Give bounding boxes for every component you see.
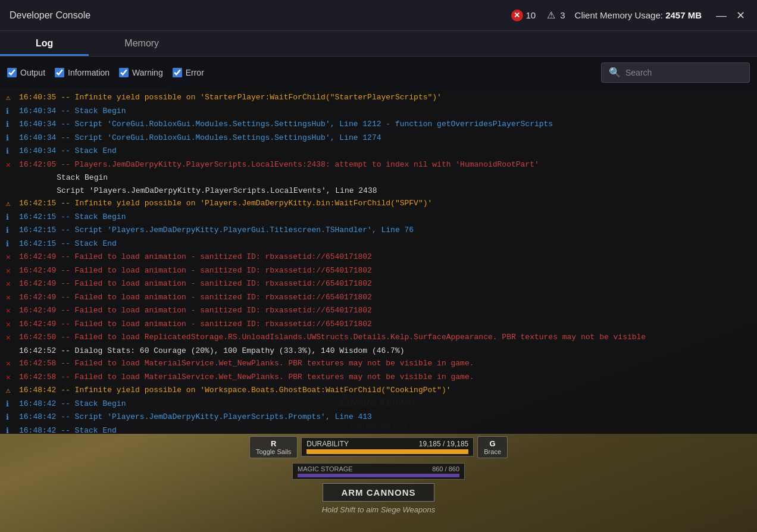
- error-icon: ✕: [511, 10, 523, 21]
- info-icon: ℹ: [6, 146, 17, 158]
- log-line: ℹ16:48:42 -- Stack Begin: [0, 398, 757, 411]
- log-text: 16:42:58 -- Failed to load MaterialServi…: [19, 358, 751, 370]
- warning-badge: ⚠ 3: [545, 10, 565, 21]
- filter-information[interactable]: Information: [55, 68, 110, 77]
- minimize-button[interactable]: —: [714, 9, 729, 22]
- info-icon: ℹ: [6, 225, 17, 237]
- error-icon: ✕: [6, 278, 17, 290]
- log-line: ✕16:42:58 -- Failed to load MaterialServ…: [0, 357, 757, 371]
- filter-output[interactable]: Output: [7, 68, 45, 77]
- log-text: 16:42:49 -- Failed to load animation - s…: [19, 278, 751, 290]
- brace-button[interactable]: G Brace: [477, 436, 508, 458]
- log-text: 16:48:42 -- Infinite yield possible on '…: [19, 384, 751, 396]
- filter-warning[interactable]: Warning: [119, 68, 163, 77]
- title-controls: — ✕: [714, 9, 747, 22]
- log-text: 16:42:58 -- Failed to load MaterialServi…: [19, 371, 751, 383]
- log-line: ✕16:42:50 -- Failed to load ReplicatedSt…: [0, 331, 757, 345]
- log-line: ✕16:42:49 -- Failed to load animation - …: [0, 291, 757, 305]
- info-icon: ℹ: [6, 412, 17, 424]
- log-text: 16:42:49 -- Failed to load animation - s…: [19, 251, 751, 263]
- log-text: Script 'Players.JemDaDerpyKitty.PlayerSc…: [19, 185, 751, 197]
- close-button[interactable]: ✕: [734, 9, 747, 22]
- magic-storage-label: MAGIC STORAGE: [298, 465, 353, 472]
- log-line: ⚠16:48:42 -- Infinite yield possible on …: [0, 384, 757, 398]
- log-text: 16:42:15 -- Script 'Players.JemDaDerpyKi…: [19, 224, 751, 236]
- log-text: 16:42:50 -- Failed to load ReplicatedSto…: [19, 331, 751, 343]
- log-line: Stack Begin: [0, 171, 757, 184]
- log-line: ℹ16:42:15 -- Script 'Players.JemDaDerpyK…: [0, 224, 757, 237]
- info-icon: ℹ: [6, 133, 17, 145]
- error-count: 10: [526, 10, 536, 20]
- search-input[interactable]: [625, 68, 733, 77]
- error-icon: ✕: [6, 332, 17, 344]
- developer-console: Developer Console ✕ 10 ⚠ 3 Client Memory…: [0, 0, 757, 434]
- log-line: ✕16:42:49 -- Failed to load animation - …: [0, 264, 757, 278]
- magic-storage-value: 860 / 860: [432, 465, 459, 472]
- log-line: 16:42:52 -- Dialog Stats: 60 Courage (20…: [0, 345, 757, 358]
- log-text: 16:40:34 -- Script 'CoreGui.RobloxGui.Mo…: [19, 118, 751, 130]
- log-line: ℹ16:48:42 -- Script 'Players.JemDaDerpyK…: [0, 411, 757, 424]
- warning-icon: ⚠: [6, 92, 17, 104]
- arm-cannons-button[interactable]: ARM CANNONS: [323, 483, 434, 502]
- warning-icon: ⚠: [6, 385, 17, 397]
- log-text: 16:48:42 -- Stack Begin: [19, 398, 751, 410]
- log-line: ℹ16:40:34 -- Stack Begin: [0, 105, 757, 118]
- log-text: 16:40:35 -- Infinite yield possible on '…: [19, 92, 751, 104]
- log-text: 16:48:42 -- Stack End: [19, 425, 751, 434]
- filter-bar: Output Information Warning Error 🔍: [0, 57, 757, 89]
- log-line: ✕16:42:49 -- Failed to load animation - …: [0, 318, 757, 331]
- info-icon: ℹ: [6, 425, 17, 434]
- information-checkbox[interactable]: [55, 68, 64, 77]
- log-text: Stack Begin: [19, 172, 751, 184]
- magic-bar: [298, 474, 459, 477]
- log-line: ⚠16:40:35 -- Infinite yield possible on …: [0, 91, 757, 105]
- log-text: 16:48:42 -- Script 'Players.JemDaDerpyKi…: [19, 411, 751, 423]
- log-text: 16:42:15 -- Stack Begin: [19, 211, 751, 223]
- log-line: ℹ16:48:42 -- Stack End: [0, 424, 757, 434]
- toggle-sails-button[interactable]: R Toggle Sails: [249, 436, 298, 458]
- durability-value: 19,185 / 19,185: [419, 440, 468, 448]
- log-line: ✕16:42:49 -- Failed to load animation - …: [0, 304, 757, 318]
- ship-controls: R Toggle Sails DURABILITY 19,185 / 19,18…: [249, 436, 508, 458]
- error-icon: ✕: [6, 159, 17, 171]
- console-title: Developer Console: [10, 10, 90, 21]
- search-box: 🔍: [601, 62, 750, 83]
- log-line: ✕16:42:05 -- Players.JemDaDerpyKitty.Pla…: [0, 158, 757, 172]
- log-text: 16:40:34 -- Stack End: [19, 145, 751, 157]
- log-text: 16:42:49 -- Failed to load animation - s…: [19, 292, 751, 303]
- log-text: 16:42:49 -- Failed to load animation - s…: [19, 318, 751, 330]
- magic-storage-container: MAGIC STORAGE 860 / 860: [292, 463, 465, 480]
- log-text: 16:42:52 -- Dialog Stats: 60 Courage (20…: [19, 345, 751, 357]
- log-text: 16:42:49 -- Failed to load animation - s…: [19, 265, 751, 277]
- error-icon: ✕: [6, 305, 17, 317]
- log-line: ℹ16:40:34 -- Stack End: [0, 145, 757, 158]
- log-text: 16:40:34 -- Stack Begin: [19, 105, 751, 117]
- log-line: ✕16:42:49 -- Failed to load animation - …: [0, 251, 757, 264]
- tab-log[interactable]: Log: [0, 31, 89, 56]
- log-content[interactable]: ⚠16:40:35 -- Infinite yield possible on …: [0, 89, 757, 434]
- log-text: 16:42:15 -- Infinite yield possible on '…: [19, 198, 751, 209]
- error-checkbox[interactable]: [173, 68, 182, 77]
- warning-checkbox[interactable]: [119, 68, 129, 77]
- log-line: ℹ16:42:15 -- Stack Begin: [0, 211, 757, 224]
- output-checkbox[interactable]: [7, 68, 17, 77]
- tab-memory[interactable]: Memory: [89, 31, 195, 56]
- filter-error[interactable]: Error: [173, 68, 204, 77]
- log-text: 16:40:34 -- Script 'CoreGui.RobloxGui.Mo…: [19, 132, 751, 144]
- log-line: ℹ16:40:34 -- Script 'CoreGui.RobloxGui.M…: [0, 118, 757, 132]
- warning-count: 3: [560, 10, 565, 20]
- durability-container: DURABILITY 19,185 / 19,185: [301, 437, 474, 456]
- error-icon: ✕: [6, 265, 17, 277]
- error-icon: ✕: [6, 292, 17, 304]
- warning-icon: ⚠: [6, 198, 17, 210]
- info-icon: ℹ: [6, 239, 17, 251]
- log-line: ✕16:42:58 -- Failed to load MaterialServ…: [0, 371, 757, 384]
- info-icon: ℹ: [6, 399, 17, 411]
- log-line: ✕16:42:49 -- Failed to load animation - …: [0, 277, 757, 291]
- durability-bar: [306, 449, 468, 454]
- error-icon: ✕: [6, 358, 17, 370]
- durability-label: DURABILITY: [306, 440, 349, 448]
- info-icon: ℹ: [6, 106, 17, 118]
- log-text: 16:42:49 -- Failed to load animation - s…: [19, 305, 751, 317]
- search-icon: 🔍: [609, 67, 621, 79]
